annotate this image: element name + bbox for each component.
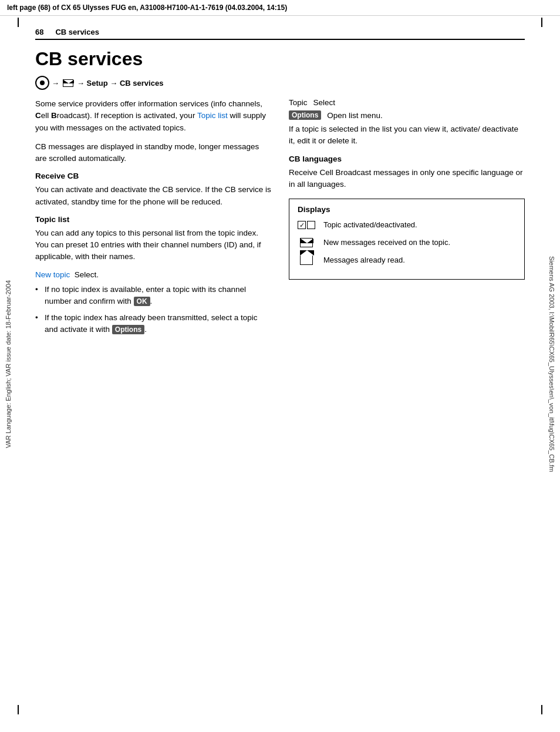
topic-info-text: If a topic is selected in the list you c… xyxy=(289,123,525,147)
standby-note: CB messages are displayed in standby mod… xyxy=(35,141,271,165)
bullet-item-1: If no topic index is available, enter a … xyxy=(35,284,271,308)
corner-mark-bottom-right xyxy=(541,705,542,714)
page-header: 68 CB services xyxy=(35,28,525,40)
corner-mark-top-left xyxy=(18,18,19,27)
nav-envelope-icon xyxy=(63,79,73,87)
left-sidebar-text: VAR Language: English; VAR issue date: 1… xyxy=(5,280,12,448)
corner-mark-bottom-left xyxy=(18,705,19,714)
right-column: Topic Select Options Open list menu. If … xyxy=(289,98,525,343)
displays-title: Displays xyxy=(298,205,516,214)
page-title-header: CB services xyxy=(55,28,99,36)
right-sidebar: Siemens AG 2003, I:\MobilR65\CX65_Ulysse… xyxy=(544,18,560,711)
corner-mark-top-right xyxy=(541,18,542,27)
cb-languages-text: Receive Cell Broadcast messages in only … xyxy=(289,167,525,191)
nav-path: → → Setup → CB services xyxy=(35,76,525,90)
left-column: Some service providers offer information… xyxy=(35,98,271,343)
open-envelope-icon xyxy=(298,256,315,265)
page-number: 68 xyxy=(35,28,43,36)
display-text-1: Topic activated/deactivated. xyxy=(323,220,417,230)
receive-cb-text: You can activate and deactivate the CB s… xyxy=(35,184,271,208)
display-row-3: Messages already read. xyxy=(298,255,516,266)
displays-box: Displays ✓ Topic activated/deactivated. xyxy=(289,199,525,280)
closed-envelope-icon xyxy=(298,238,315,247)
checked-box: ✓ xyxy=(298,221,306,229)
envelope-open xyxy=(300,256,313,265)
topic-action-row: Topic Select xyxy=(289,98,525,107)
checkbox-icon: ✓ xyxy=(298,221,315,229)
two-column-layout: Some service providers offer information… xyxy=(35,98,525,343)
options-action: Open list menu. xyxy=(327,111,383,120)
new-topic-link[interactable]: New topic xyxy=(35,270,70,279)
new-topic-row: New topic Select. xyxy=(35,270,271,279)
topic-list-link[interactable]: Topic list xyxy=(197,111,228,120)
ok-badge: OK xyxy=(134,297,150,306)
topic-list-heading: Topic list xyxy=(35,215,271,224)
bullet-item-2: If the topic index has already been tran… xyxy=(35,312,271,336)
left-sidebar: VAR Language: English; VAR issue date: 1… xyxy=(0,18,16,711)
bullet-2-text: If the topic index has already been tran… xyxy=(45,313,257,334)
nav-dot xyxy=(40,80,45,85)
nav-path-text: → Setup → CB services xyxy=(77,79,163,88)
topic-list-text: You can add any topics to this personal … xyxy=(35,227,271,263)
nav-arrow-1: → xyxy=(52,79,59,88)
top-header-text: left page (68) of CX 65 Ulysses FUG en, … xyxy=(7,4,287,12)
display-row-2: New messages received on the topic. xyxy=(298,237,516,248)
envelope-closed xyxy=(300,238,313,247)
topic-label: Topic xyxy=(289,98,308,107)
display-text-3: Messages already read. xyxy=(323,255,405,266)
options-action-row: Options Open list menu. xyxy=(289,110,525,120)
checkbox-pair: ✓ xyxy=(298,221,315,229)
bullet-list: If no topic index is available, enter a … xyxy=(35,284,271,336)
nav-home-icon xyxy=(35,76,49,90)
main-content: 68 CB services CB services → → Setup → C… xyxy=(18,16,542,355)
topic-action: Select xyxy=(313,98,336,107)
unchecked-box xyxy=(307,221,315,229)
top-header: left page (68) of CX 65 Ulysses FUG en, … xyxy=(0,0,560,16)
options-badge-bullet: Options xyxy=(112,325,144,334)
cb-languages-heading: CB languages xyxy=(289,155,525,163)
options-badge: Options xyxy=(289,110,321,120)
display-text-2: New messages received on the topic. xyxy=(323,237,450,248)
display-row-1: ✓ Topic activated/deactivated. xyxy=(298,220,516,230)
new-topic-action: Select. xyxy=(75,270,99,279)
right-sidebar-text: Siemens AG 2003, I:\MobilR65\CX65_Ulysse… xyxy=(548,256,555,472)
intro-text: Some service providers offer information… xyxy=(35,98,271,134)
big-title: CB services xyxy=(35,48,525,70)
receive-cb-heading: Receive CB xyxy=(35,172,271,180)
